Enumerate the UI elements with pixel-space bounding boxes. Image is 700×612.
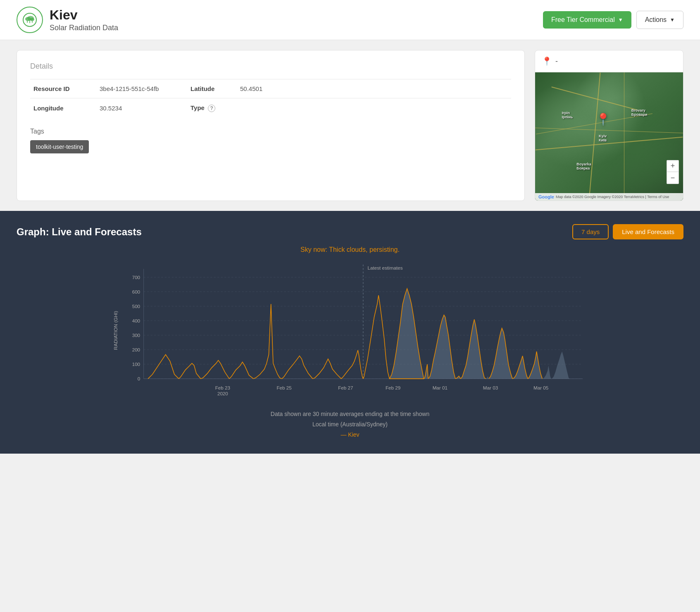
svg-text:2020: 2020: [217, 391, 228, 396]
live-forecasts-button[interactable]: Live and Forecasts: [613, 224, 683, 239]
table-row: Resource ID 3be4-1215-551c-54fb Latitude…: [30, 79, 511, 98]
7-days-button[interactable]: 7 days: [572, 224, 609, 239]
svg-marker-36: [528, 351, 542, 379]
free-tier-button[interactable]: Free Tier Commercial ▼: [543, 11, 631, 29]
map-label-boyarka: BoyarkaБоярка: [576, 162, 591, 170]
graph-title: Graph: Live and Forecasts: [17, 226, 142, 238]
map-header: 📍 -: [535, 50, 683, 72]
svg-text:0: 0: [138, 376, 140, 381]
details-table: Resource ID 3be4-1215-551c-54fb Latitude…: [30, 79, 511, 118]
map-zoom-in-button[interactable]: +: [667, 160, 679, 172]
chart-footer: Data shown are 30 minute averages ending…: [17, 409, 683, 440]
location-pin-icon: 📍: [542, 56, 552, 66]
svg-marker-35: [512, 356, 528, 379]
map-card: 📍 - KyivКиїв IrpinІрпінь BrovaryБровари …: [535, 50, 683, 201]
chart-svg: RADIATION (GHI) 0 100 200 300 400 500 60…: [17, 260, 683, 401]
header-right: Free Tier Commercial ▼ Actions ▼: [543, 11, 683, 29]
main-content: Details Resource ID 3be4-1215-551c-54fb …: [0, 40, 700, 211]
longitude-label: Longitude: [30, 98, 96, 118]
table-row: Longitude 30.5234 Type ?: [30, 98, 511, 118]
latitude-label: Latitude: [187, 79, 237, 98]
map-road: [551, 86, 637, 110]
svg-text:Mar 01: Mar 01: [433, 385, 448, 390]
map-background: KyivКиїв IrpinІрпінь BrovaryБровари Boya…: [535, 72, 683, 201]
resource-id-label: Resource ID: [30, 79, 96, 98]
svg-text:400: 400: [132, 318, 140, 323]
sky-status: Sky now: Thick clouds, persisting.: [17, 246, 683, 253]
tags-section: Tags toolkit-user-testing: [30, 128, 511, 153]
map-label-brovary: BrovaryБровари: [631, 108, 648, 117]
type-value: [237, 98, 511, 118]
map-marker: 📍: [596, 112, 610, 126]
page-title: Kiev: [50, 7, 118, 23]
details-card: Details Resource ID 3be4-1215-551c-54fb …: [17, 50, 525, 201]
graph-buttons: 7 days Live and Forecasts: [572, 224, 683, 239]
google-logo: Google: [538, 194, 554, 199]
graph-section: Graph: Live and Forecasts 7 days Live an…: [0, 211, 700, 454]
type-help-icon[interactable]: ?: [208, 105, 215, 112]
actions-button[interactable]: Actions ▼: [636, 11, 683, 29]
svg-text:Latest estimates: Latest estimates: [368, 265, 403, 270]
svg-text:Feb 27: Feb 27: [338, 385, 353, 390]
svg-marker-28: [390, 289, 424, 379]
map-road: [624, 72, 624, 201]
tag-item: toolkit-user-testing: [30, 140, 89, 153]
svg-text:Mar 05: Mar 05: [533, 385, 548, 390]
map-footer-text: Map data ©2020 Google Imagery ©2020 Terr…: [556, 195, 669, 199]
logo-icon: [17, 7, 43, 33]
map-zoom-out-button[interactable]: −: [667, 172, 679, 184]
latitude-value: 50.4501: [237, 79, 511, 98]
chart-footer-link[interactable]: — Kiev: [17, 430, 683, 440]
chart-footer-line2: Local time (Australia/Sydney): [17, 419, 683, 430]
map-container[interactable]: KyivКиїв IrpinІрпінь BrovaryБровари Boya…: [535, 72, 683, 201]
header-left: Kiev Solar Radiation Data: [17, 7, 118, 33]
chevron-down-icon: ▼: [618, 17, 623, 23]
tags-label: Tags: [30, 128, 511, 135]
page-header: Kiev Solar Radiation Data Free Tier Comm…: [0, 0, 700, 40]
svg-marker-38: [552, 351, 570, 379]
svg-text:RADIATION (GHI): RADIATION (GHI): [113, 311, 118, 350]
svg-text:200: 200: [132, 347, 140, 352]
svg-text:100: 100: [132, 361, 140, 367]
map-footer: Google Map data ©2020 Google Imagery ©20…: [535, 193, 683, 201]
map-label-kyiv: KyivКиїв: [599, 134, 607, 142]
map-controls: + −: [667, 160, 679, 184]
svg-text:Feb 23: Feb 23: [215, 385, 230, 390]
graph-header: Graph: Live and Forecasts 7 days Live an…: [17, 224, 683, 239]
svg-marker-37: [542, 366, 551, 379]
svg-marker-30: [428, 315, 455, 379]
page-subtitle: Solar Radiation Data: [50, 24, 118, 32]
svg-point-3: [30, 18, 34, 21]
chevron-down-icon: ▼: [670, 17, 675, 23]
map-label-irpin: IrpinІрпінь: [562, 111, 573, 119]
header-title: Kiev Solar Radiation Data: [50, 7, 118, 32]
svg-text:700: 700: [132, 275, 140, 280]
svg-text:Feb 29: Feb 29: [386, 385, 400, 390]
resource-id-value: 3be4-1215-551c-54fb: [96, 79, 187, 98]
svg-text:500: 500: [132, 304, 140, 309]
svg-text:Mar 03: Mar 03: [483, 385, 498, 390]
chart-area: RADIATION (GHI) 0 100 200 300 400 500 60…: [17, 260, 683, 401]
map-header-text: -: [555, 57, 558, 66]
details-title: Details: [30, 62, 511, 71]
svg-marker-33: [486, 376, 488, 379]
svg-text:600: 600: [132, 289, 140, 294]
type-label: Type ?: [187, 98, 237, 118]
svg-text:300: 300: [132, 332, 140, 338]
longitude-value: 30.5234: [96, 98, 187, 118]
chart-footer-line1: Data shown are 30 minute averages ending…: [17, 409, 683, 419]
map-road: [536, 136, 683, 150]
svg-text:Feb 25: Feb 25: [276, 385, 291, 390]
